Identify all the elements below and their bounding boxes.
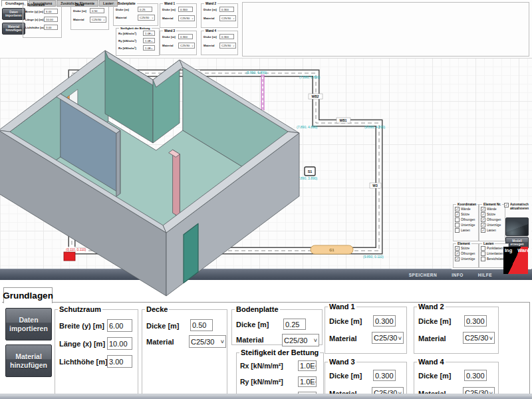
checkbox-icon[interactable]: ✓ [455, 257, 460, 261]
group-wand3-large: Wand 3 Dicke [m] Material C25/30∨ [325, 358, 407, 399]
checkbox-öffnungen[interactable]: Öffnungen [455, 217, 477, 222]
wand4-material-select[interactable]: C25/30∨ [219, 43, 236, 49]
checkbox-icon[interactable]: ✓ [455, 251, 460, 256]
ry-input-large[interactable] [298, 376, 317, 387]
checkbox-icon[interactable]: ✓ [481, 212, 485, 217]
checkbox-label: Punktlasten [487, 247, 503, 250]
checkbox-stütze[interactable]: ✓Stütze [455, 212, 477, 217]
group-bettung: Steifigkeit der Bettung Rx [kN/m/m²] Ry … [116, 27, 160, 56]
chevron-down-icon: ∨ [152, 17, 154, 19]
group-bodenplatte: Bodenplatte Dicke [m] Material C25/30∨ [113, 2, 158, 26]
window-bottom-edge [0, 394, 532, 399]
auto-update-checkbox[interactable]: ✓ Automatisch aktualisieren [504, 203, 531, 210]
checkbox-unterzüge[interactable]: ✓Unterzüge [455, 257, 477, 261]
bodenplatte-dicke-input-large[interactable] [283, 319, 306, 330]
checkbox-icon[interactable]: ✓ [455, 212, 460, 217]
checkbox-icon[interactable]: ✓ [481, 223, 485, 227]
wand2-material-label: Material [418, 334, 446, 342]
rz-input[interactable] [143, 45, 155, 51]
decke-dicke-input-large[interactable] [190, 319, 213, 331]
decke-material-select[interactable]: C25/30∨ [90, 17, 106, 23]
lichthoehe-input-large[interactable] [107, 355, 132, 368]
bodenplatte-dicke-label: Dicke [m] [236, 321, 269, 329]
group-bettung-large: Steifigkeit der Bettung Rx [kN/m/m²] Ry … [236, 348, 324, 399]
checkbox-öffnungen[interactable]: ✓Öffnungen [481, 217, 503, 222]
checkbox-unterzüge[interactable]: ✓Unterzüge [481, 223, 503, 227]
lichthoehe-input[interactable] [44, 25, 58, 30]
bodenplatte-material-label: Material [116, 16, 127, 19]
rx-input-large[interactable] [298, 360, 317, 371]
checkbox-icon[interactable] [481, 257, 485, 261]
group-element-nr: Element Nr. ✓Wände✓Stütze✓Öffnungen✓Unte… [479, 203, 505, 241]
checkbox-icon[interactable]: ✓ [481, 217, 485, 222]
checkbox-icon[interactable]: ✓ [481, 207, 485, 211]
import-data-button-large[interactable]: Daten importieren [5, 308, 52, 340]
wand4-dicke-input[interactable] [219, 34, 234, 39]
checkbox-icon[interactable] [455, 228, 460, 233]
breite-input-large[interactable] [107, 319, 132, 332]
checkbox-lasten[interactable]: ✓Lasten [481, 228, 503, 233]
wand2-material-select[interactable]: C25/30∨ [219, 15, 236, 21]
checkbox-stütze[interactable]: ✓Stütze [455, 246, 477, 251]
wand2-material-select-large[interactable]: C25/30∨ [463, 332, 495, 344]
wand1-material-select[interactable]: C25/30∨ [178, 15, 195, 21]
breite-input[interactable] [44, 9, 58, 14]
checkbox-icon[interactable]: ✓ [455, 207, 460, 211]
tab-grundlagen-large[interactable]: Grundlagen [3, 287, 53, 303]
bodenplatte-dicke-label: Dicke [m] [116, 8, 129, 11]
bodenplatte-material-label: Material [236, 336, 264, 344]
checkbox-öffnungen[interactable]: ✓Öffnungen [455, 251, 477, 256]
checkbox-icon[interactable] [481, 246, 485, 251]
checkbox-wände[interactable]: ✓Wände [455, 207, 477, 211]
bodenplatte-material-select-large[interactable]: C25/30∨ [282, 334, 319, 346]
wand3-material-select[interactable]: C25/30∨ [178, 43, 195, 49]
checkbox-icon[interactable]: ✓ [455, 246, 460, 251]
group-koordinaten: Koordinaten ✓Wände✓StützeÖffnungenUnterz… [453, 203, 479, 241]
checkbox-icon[interactable]: ✓ [481, 228, 485, 233]
model-preview-image[interactable] [505, 217, 529, 236]
checkbox-icon[interactable]: ✓ [504, 203, 509, 207]
laenge-label: Länge (x) [m] [25, 18, 44, 21]
checkbox-lasten[interactable]: Lasten [455, 228, 477, 233]
wand3-dicke-input[interactable] [178, 34, 193, 39]
laenge-input[interactable] [44, 17, 58, 22]
rx-input[interactable] [143, 31, 155, 36]
import-data-button[interactable]: Daten importieren [2, 8, 25, 20]
chevron-down-icon: ∨ [489, 335, 493, 341]
checkbox-icon[interactable] [455, 217, 460, 222]
save-menu-item[interactable]: SPEICHERN [409, 273, 437, 277]
wand2-dicke-input-large[interactable] [464, 315, 487, 327]
checkbox-icon[interactable] [455, 223, 460, 227]
group-schutzraum: Schutzraum Breite (y) [m] Länge (x) [m] … [23, 3, 62, 38]
decke-dicke-label: Dicke [m] [73, 9, 86, 13]
group-empty [242, 2, 529, 57]
rx-label: Rx [kN/m/m²] [118, 32, 136, 35]
decke-dicke-input[interactable] [90, 8, 104, 13]
decke-material-select-large[interactable]: C25/30∨ [189, 335, 226, 348]
checkbox-stütze[interactable]: ✓Stütze [481, 212, 503, 217]
add-material-button-large[interactable]: Material hinzufügen [5, 344, 52, 377]
checkbox-wände[interactable]: ✓Wände [481, 207, 503, 211]
wand1-dicke-input[interactable] [178, 7, 193, 12]
wand1-dicke-input-large[interactable] [373, 315, 396, 327]
wand1-material-select-large[interactable]: C25/30∨ [372, 332, 404, 344]
group-element: Element ✓Stütze✓Öffnungen✓Unterzüge [453, 242, 479, 268]
rx-label: Rx [kN/m/m²] [240, 362, 283, 370]
info-menu-item[interactable]: INFO [452, 273, 464, 277]
add-material-button[interactable]: Material hinzufügen [2, 23, 25, 35]
bodenplatte-dicke-input[interactable] [138, 7, 152, 12]
laenge-input-large[interactable] [107, 337, 132, 350]
checkbox-unterzüge[interactable]: Unterzüge [455, 223, 477, 227]
wand2-dicke-input[interactable] [219, 7, 234, 12]
help-menu-item[interactable]: HILFE [478, 273, 492, 277]
group-wand4: Wand 4 Dicke [m] Material C25/30∨ [201, 29, 238, 55]
ry-input[interactable] [143, 38, 155, 43]
bodenplatte-material-select[interactable]: C25/30∨ [138, 15, 155, 21]
group-decke: Decke Dicke [m] Material C25/30∨ [70, 3, 109, 30]
wand3-dicke-input-large[interactable] [373, 370, 396, 381]
wand3-dicke-label: Dicke [m] [162, 35, 176, 39]
wand4-dicke-input-large[interactable] [464, 370, 487, 381]
checkbox-icon[interactable] [481, 251, 485, 256]
wand2-dicke-label: Dicke [m] [418, 317, 452, 325]
lichthoehe-label: Lichthöhe [m] [59, 358, 108, 366]
